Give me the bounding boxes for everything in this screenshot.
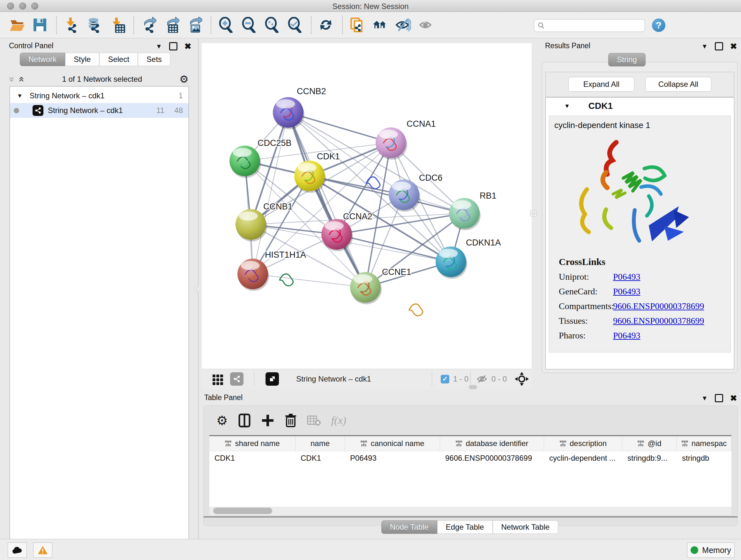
gene-description: cyclin-dependent kinase 1	[549, 116, 731, 130]
collection-disclosure-icon[interactable]: ▼	[17, 92, 23, 99]
right-divider-handle[interactable]	[530, 210, 537, 216]
search-box[interactable]	[534, 19, 645, 32]
network-canvas[interactable]: CCNB2 CCNA1 CDC25B CDK1 CDC6 RB1 CCNB1	[202, 43, 532, 369]
expand-all-chevron-icon[interactable]: «	[17, 77, 27, 82]
column-header--id[interactable]: @id	[622, 436, 677, 451]
crosslink-link[interactable]: 9606.ENSP00000378699	[613, 316, 704, 326]
table-cell[interactable]: 9606.ENSP00000378699	[440, 451, 544, 466]
tab-string-results[interactable]: String	[608, 53, 646, 66]
show-all-button[interactable]	[417, 16, 435, 34]
collapse-all-button[interactable]: Collapse All	[645, 77, 711, 91]
column-header-canonical-name[interactable]: canonical name	[345, 436, 440, 451]
show-columns-icon[interactable]	[238, 413, 251, 428]
node-CCNB2[interactable]: CCNB2	[273, 86, 380, 189]
new-network-from-selection-button[interactable]	[348, 16, 366, 34]
tab-style[interactable]: Style	[65, 53, 99, 66]
tab-network[interactable]: Network	[20, 53, 65, 66]
export-table-button[interactable]	[162, 16, 181, 34]
tab-network-table[interactable]: Network Table	[493, 520, 558, 534]
export-image-icon	[186, 17, 202, 33]
apply-preferred-layout-button[interactable]	[317, 16, 335, 34]
node-CDKN1A[interactable]: CDKN1A	[435, 238, 532, 369]
network-row-selected[interactable]: String Network – cdk1 11 48	[10, 103, 189, 118]
crosslink-link[interactable]: 9606.ENSP00000378699	[613, 301, 704, 311]
delete-column-trash-icon[interactable]	[285, 413, 297, 428]
table-cell[interactable]: stringdb	[677, 451, 731, 466]
export-image-button[interactable]	[185, 16, 204, 34]
network-node-count: 11	[156, 106, 164, 115]
zoom-out-button[interactable]	[239, 16, 258, 34]
network-overview-icon[interactable]	[230, 369, 244, 389]
open-session-button[interactable]	[8, 16, 26, 34]
gene-disclosure-icon[interactable]: ▼	[564, 103, 570, 110]
column-header-description[interactable]: description	[544, 436, 622, 451]
node-label-CDC6: CDC6	[419, 173, 443, 183]
node-CCNA2[interactable]: CCNA2	[321, 212, 477, 369]
crosslink-link[interactable]: P06493	[613, 287, 641, 297]
first-neighbors-button[interactable]	[371, 16, 389, 34]
table-cell[interactable]: P06493	[345, 451, 440, 466]
grid-mode-icon[interactable]	[212, 369, 224, 389]
hide-selection-button[interactable]	[394, 16, 412, 34]
tab-select[interactable]: Select	[99, 53, 138, 66]
warnings-button[interactable]	[33, 543, 52, 558]
gene-section-header[interactable]: ▼ CDK1	[546, 98, 734, 114]
tab-edge-table[interactable]: Edge Table	[437, 520, 493, 534]
scrollbar-thumb[interactable]	[213, 508, 272, 514]
import-network-from-database-button[interactable]	[85, 16, 104, 34]
table-options-gear-icon[interactable]: ⚙	[216, 413, 228, 428]
edge-CCNB2-CCNE1[interactable]	[288, 112, 365, 287]
export-network-button[interactable]	[139, 16, 158, 34]
table-cell[interactable]: CDK1	[295, 451, 345, 466]
node-HIST1H1A[interactable]: HIST1H1A	[238, 250, 309, 369]
control-panel-maximize-icon[interactable]	[169, 42, 178, 51]
network-options-gear-icon[interactable]: ⚙	[179, 73, 189, 85]
table-cell[interactable]: stringdb:9...	[622, 451, 677, 466]
expand-all-button[interactable]: Expand All	[568, 77, 634, 91]
node-RB1[interactable]: RB1	[449, 191, 532, 369]
edge-HIST1H1A-CCNE1[interactable]	[253, 274, 365, 287]
node-CCNE1[interactable]: CCNE1	[350, 267, 532, 369]
import-network-from-file-button[interactable]	[62, 16, 80, 34]
pan-crosshair-icon[interactable]	[515, 369, 529, 389]
table-cell[interactable]: CDK1	[209, 451, 295, 466]
table-row[interactable]: CDK1CDK1P064939606.ENSP00000378699cyclin…	[209, 451, 731, 466]
column-header-name[interactable]: name	[295, 436, 345, 451]
import-table-from-file-button[interactable]	[108, 16, 126, 34]
node-CCNB1[interactable]: CCNB1	[235, 202, 293, 241]
string-network-graph[interactable]: CCNB2 CCNA1 CDC25B CDK1 CDC6 RB1 CCNB1	[202, 43, 532, 369]
zoom-selected-button[interactable]	[285, 16, 304, 34]
zoom-in-button[interactable]	[216, 16, 235, 34]
table-panel-close-icon[interactable]: ✖	[730, 394, 737, 402]
results-panel-close-icon[interactable]: ✖	[730, 42, 737, 51]
table-panel-float-icon[interactable]: ▼	[701, 395, 708, 401]
table-panel-maximize-icon[interactable]	[715, 394, 723, 402]
zoom-fit-content-button[interactable]	[262, 16, 281, 34]
results-panel-maximize-icon[interactable]	[715, 42, 723, 51]
crosslink-link[interactable]: P06493	[613, 272, 641, 282]
crosslink-link[interactable]: P06493	[613, 330, 641, 341]
column-header-namespac[interactable]: namespac	[677, 436, 731, 451]
tab-node-table[interactable]: Node Table	[381, 520, 437, 534]
search-input[interactable]	[545, 21, 636, 30]
column-header-database-identifier[interactable]: database identifier	[440, 436, 544, 451]
memory-button[interactable]: Memory	[687, 543, 735, 558]
create-column-plus-icon[interactable]	[261, 414, 274, 427]
help-button[interactable]: ?	[652, 18, 665, 32]
bottom-divider-handle[interactable]	[469, 385, 477, 389]
table-cell[interactable]: cyclin-dependent ...	[544, 451, 622, 466]
edge-CCNA2-CDKN1A[interactable]	[337, 234, 451, 262]
node-table-container: ⚙ f(x) shared namenamecanonical	[203, 406, 738, 526]
network-collection-row[interactable]: ▼ String Network – cdk1 1	[10, 88, 189, 103]
cloud-status-button[interactable]	[8, 543, 27, 558]
table-horizontal-scrollbar[interactable]	[209, 507, 731, 515]
selected-elements-checkbox-icon[interactable]: ✓	[441, 375, 449, 383]
control-panel-float-icon[interactable]: ▼	[156, 43, 162, 50]
column-header-shared-name[interactable]: shared name	[209, 436, 295, 451]
results-panel-float-icon[interactable]: ▼	[701, 43, 708, 50]
collapse-all-chevron-icon[interactable]: »	[7, 77, 17, 82]
save-session-button[interactable]	[30, 16, 49, 34]
tab-sets[interactable]: Sets	[138, 53, 171, 66]
detach-view-icon[interactable]	[266, 369, 279, 389]
control-panel-close-icon[interactable]: ✖	[185, 42, 192, 51]
